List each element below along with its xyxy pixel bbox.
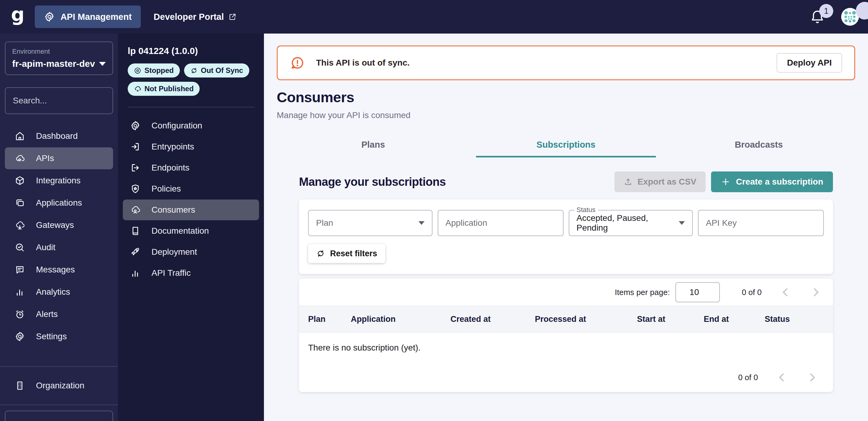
filters-card: Plan Status Accepted, Paused, Pending bbox=[299, 199, 833, 274]
create-subscription-label: Create a subscription bbox=[736, 177, 823, 187]
sidebar-search[interactable] bbox=[5, 87, 113, 114]
api-menu-panel: lp 041224 (1.0.0) Stopped Out Of Sync No… bbox=[118, 33, 264, 421]
developer-portal-label: Developer Portal bbox=[154, 12, 224, 22]
sidebar-item-analytics[interactable]: Analytics bbox=[5, 281, 113, 303]
table-paginator-bottom: 0 of 0 bbox=[299, 363, 833, 392]
sidebar-item-settings[interactable]: Settings bbox=[5, 326, 113, 347]
subscriptions-table-card: Items per page: 10 0 of 0 bbox=[299, 279, 833, 392]
api-menu-item-api-traffic[interactable]: API Traffic bbox=[123, 263, 259, 283]
api-menu-item-label: Documentation bbox=[152, 226, 209, 236]
api-menu-item-policies[interactable]: Policies bbox=[123, 178, 259, 199]
sidebar-item-integrations[interactable]: Integrations bbox=[5, 170, 113, 192]
arrow-in-icon bbox=[130, 142, 141, 152]
cloud-down-icon bbox=[14, 220, 25, 230]
sidebar-item-audit[interactable]: Audit bbox=[5, 236, 113, 258]
arrow-out-icon bbox=[130, 163, 141, 173]
status-filter-label: Status bbox=[574, 206, 598, 214]
next-page-button[interactable] bbox=[809, 285, 823, 299]
column-header-processed-at: Processed at bbox=[535, 306, 637, 332]
tab-subscriptions[interactable]: Subscriptions bbox=[470, 132, 662, 158]
api-menu-item-entrypoints[interactable]: Entrypoints bbox=[123, 136, 259, 157]
api-management-nav[interactable]: API Management bbox=[35, 5, 141, 28]
previous-page-button[interactable] bbox=[779, 285, 792, 299]
tab-plans[interactable]: Plans bbox=[277, 132, 470, 158]
api-menu-item-label: Policies bbox=[152, 184, 181, 194]
sidebar-item-label: Messages bbox=[36, 265, 75, 275]
sidebar-item-gateways[interactable]: Gateways bbox=[5, 214, 113, 236]
export-csv-button[interactable]: Export as CSV bbox=[614, 171, 706, 192]
api-menu-item-endpoints[interactable]: Endpoints bbox=[123, 158, 259, 178]
previous-page-button[interactable] bbox=[775, 371, 788, 384]
api-menu-item-configuration[interactable]: Configuration bbox=[123, 115, 259, 136]
column-header-created-at: Created at bbox=[451, 306, 535, 332]
chevron-right-icon bbox=[809, 285, 823, 299]
chevron-down-icon bbox=[679, 221, 685, 225]
alarm-icon bbox=[14, 309, 25, 319]
api-key-filter-field[interactable] bbox=[698, 210, 824, 236]
create-subscription-button[interactable]: Create a subscription bbox=[711, 171, 833, 192]
page-range-label: 0 of 0 bbox=[738, 373, 758, 382]
cog-badge-icon bbox=[44, 11, 55, 22]
search-check-icon bbox=[14, 242, 25, 253]
sidebar-item-organization[interactable]: Organization bbox=[5, 375, 113, 397]
status-filter-select[interactable]: Status Accepted, Paused, Pending bbox=[569, 210, 693, 236]
windows-icon bbox=[14, 198, 25, 208]
search-input[interactable] bbox=[13, 96, 123, 106]
reset-filters-label: Reset filters bbox=[330, 249, 377, 258]
api-menu-item-deployment[interactable]: Deployment bbox=[123, 242, 259, 262]
api-menu-item-documentation[interactable]: Documentation bbox=[123, 221, 259, 241]
cloud-x-icon bbox=[134, 85, 142, 93]
sidebar-item-label: Applications bbox=[36, 198, 82, 208]
reset-filters-button[interactable]: Reset filters bbox=[308, 244, 385, 263]
plan-filter-label: Plan bbox=[316, 218, 418, 228]
plan-filter-select[interactable]: Plan bbox=[308, 210, 432, 236]
developer-portal-nav[interactable]: Developer Portal bbox=[154, 12, 236, 22]
cube-icon bbox=[14, 175, 25, 186]
sidebar-item-label: Gateways bbox=[36, 220, 74, 230]
next-page-button[interactable] bbox=[806, 371, 819, 384]
sidebar-item-applications[interactable]: Applications bbox=[5, 192, 113, 214]
bar-chart-icon bbox=[14, 287, 25, 297]
out-of-sync-alert: This API is out of sync. Deploy API bbox=[277, 46, 855, 80]
page-range-label: 0 of 0 bbox=[742, 288, 762, 297]
api-menu-item-label: Consumers bbox=[152, 205, 195, 215]
tab-broadcasts[interactable]: Broadcasts bbox=[662, 132, 855, 158]
api-status-badges: Stopped Out Of Sync Not Published bbox=[128, 63, 254, 96]
sidebar-item-dashboard[interactable]: Dashboard bbox=[5, 125, 113, 147]
chevron-left-icon bbox=[779, 285, 792, 299]
table-header-row: Plan Application Created at Processed at… bbox=[299, 306, 833, 332]
refresh-icon bbox=[316, 249, 325, 258]
gear-icon bbox=[130, 120, 141, 131]
divider bbox=[0, 404, 118, 405]
gravitee-logo-icon[interactable]: g bbox=[11, 7, 24, 22]
api-menu-item-consumers[interactable]: Consumers bbox=[123, 199, 259, 220]
tab-bar: Plans Subscriptions Broadcasts bbox=[277, 132, 855, 158]
chevron-right-icon bbox=[806, 371, 819, 384]
api-management-label: API Management bbox=[60, 12, 132, 22]
divider bbox=[128, 107, 254, 107]
external-link-icon bbox=[228, 13, 237, 21]
chevron-down-icon bbox=[418, 221, 425, 225]
notifications-button[interactable]: 1 bbox=[809, 9, 825, 25]
sidebar-item-messages[interactable]: Messages bbox=[5, 259, 113, 281]
notification-count-badge: 1 bbox=[819, 4, 833, 18]
export-csv-label: Export as CSV bbox=[638, 177, 696, 187]
page-subtitle: Manage how your API is consumed bbox=[277, 110, 855, 120]
table-paginator-top: Items per page: 10 0 of 0 bbox=[299, 279, 833, 306]
plus-icon bbox=[721, 177, 731, 187]
deploy-api-button[interactable]: Deploy API bbox=[777, 53, 842, 73]
sidebar-item-label: Analytics bbox=[36, 287, 70, 297]
sidebar-item-alerts[interactable]: Alerts bbox=[5, 303, 113, 325]
empty-message: There is no subscription (yet). bbox=[299, 332, 833, 363]
column-header-status: Status bbox=[765, 306, 833, 332]
application-filter-input[interactable] bbox=[445, 218, 556, 228]
api-key-filter-input[interactable] bbox=[706, 218, 816, 228]
sidebar-item-apis[interactable]: APIs bbox=[5, 147, 113, 169]
badge-label: Out Of Sync bbox=[201, 66, 243, 75]
sidebar-item-label: Integrations bbox=[36, 176, 81, 186]
application-filter-field[interactable] bbox=[438, 210, 563, 236]
environment-selector[interactable]: Environment fr-apim-master-dev bbox=[5, 41, 113, 75]
sidebar-item-label: Organization bbox=[36, 381, 85, 391]
environment-value: fr-apim-master-dev bbox=[12, 59, 95, 69]
items-per-page-select[interactable]: 10 bbox=[675, 282, 720, 302]
